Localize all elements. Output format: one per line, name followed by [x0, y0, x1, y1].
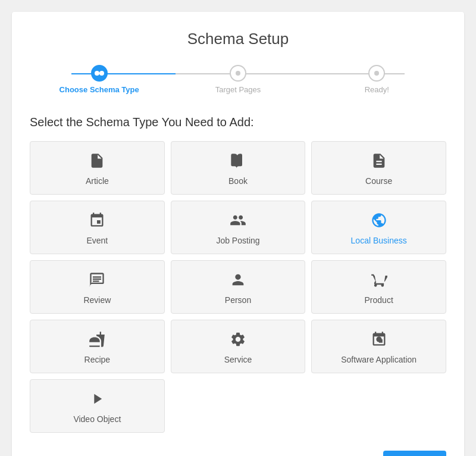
step-label-target: Target Pages — [215, 85, 261, 94]
page-title: Schema Setup — [30, 30, 446, 48]
schema-card-video-object[interactable]: Video Object — [30, 379, 165, 433]
schema-label-job-posting: Job Posting — [216, 236, 259, 245]
schema-label-local-business: Local Business — [351, 236, 407, 245]
section-title: Select the Schema Type You Need to Add: — [30, 115, 446, 129]
job-posting-icon — [230, 212, 246, 231]
schema-card-service[interactable]: Service — [171, 320, 306, 373]
schema-label-recipe: Recipe — [84, 355, 111, 364]
schema-card-article[interactable]: Article — [30, 141, 165, 195]
course-icon — [371, 152, 387, 171]
schema-label-person: Person — [225, 295, 251, 305]
schema-label-course: Course — [365, 176, 392, 186]
step-label-ready: Ready! — [365, 85, 389, 94]
software-application-icon — [371, 331, 387, 350]
schema-card-job-posting[interactable]: Job Posting — [171, 201, 306, 254]
schema-card-software-application[interactable]: Software Application — [311, 320, 446, 373]
step-dot-choose — [95, 71, 99, 76]
step-circle-ready — [368, 65, 385, 82]
stepper: Choose Schema Type Target Pages Ready! — [30, 65, 446, 94]
step-ready: Ready! — [308, 65, 446, 94]
schema-card-book[interactable]: Book — [171, 141, 306, 195]
schema-grid: ArticleBookCourseEventJob PostingLocal B… — [30, 141, 446, 433]
schema-label-video-object: Video Object — [73, 414, 121, 424]
service-icon — [230, 331, 246, 350]
schema-label-review: Review — [83, 295, 111, 305]
schema-label-article: Article — [86, 176, 109, 186]
video-object-icon — [89, 391, 105, 410]
schema-label-event: Event — [86, 236, 108, 245]
schema-card-person[interactable]: Person — [171, 260, 306, 314]
step-choose-schema: Choose Schema Type — [30, 65, 168, 94]
schema-label-software-application: Software Application — [341, 355, 416, 364]
recipe-icon — [89, 331, 105, 350]
schema-card-product[interactable]: Product — [311, 260, 446, 314]
schema-card-recipe[interactable]: Recipe — [30, 320, 165, 373]
schema-label-book: Book — [228, 176, 248, 186]
review-icon — [89, 271, 105, 291]
local-business-icon — [371, 212, 387, 231]
main-container: Schema Setup Choose Schema Type Target P… — [12, 12, 464, 456]
schema-card-review[interactable]: Review — [30, 260, 165, 314]
next-button[interactable]: Next — [383, 451, 446, 456]
book-icon — [230, 152, 246, 171]
step-circle-choose — [91, 65, 108, 82]
svg-point-0 — [376, 336, 381, 342]
product-icon — [371, 271, 387, 291]
step-label-choose: Choose Schema Type — [60, 85, 139, 94]
footer: Next — [30, 445, 446, 456]
schema-label-product: Product — [365, 295, 393, 305]
step-circle-target — [230, 65, 246, 82]
article-icon — [89, 152, 105, 171]
event-icon — [89, 212, 105, 231]
person-icon — [230, 271, 246, 291]
schema-card-event[interactable]: Event — [30, 201, 165, 254]
schema-card-course[interactable]: Course — [311, 141, 446, 195]
schema-label-service: Service — [224, 355, 252, 364]
step-target-pages: Target Pages — [168, 65, 307, 94]
schema-card-local-business[interactable]: Local Business — [311, 201, 446, 254]
